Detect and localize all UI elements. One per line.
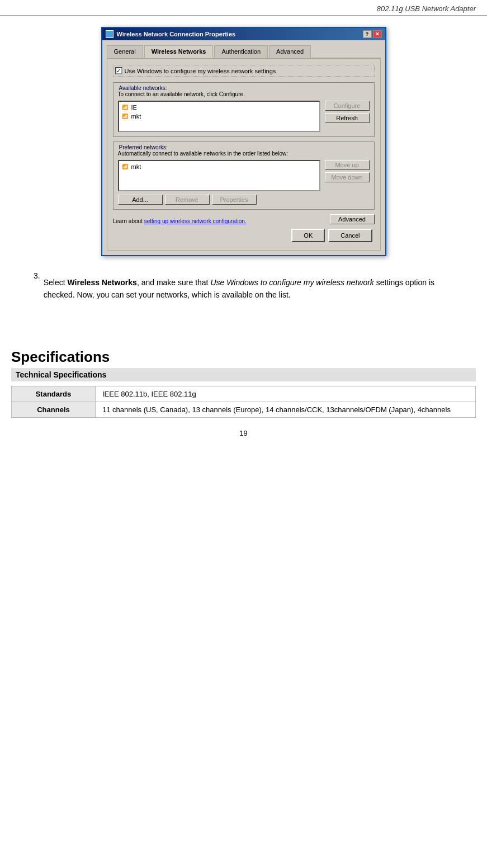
- move-up-button[interactable]: Move up: [325, 160, 370, 170]
- use-windows-checkbox[interactable]: ✓: [115, 67, 122, 74]
- preferred-network-name-mkt: mkt: [131, 163, 141, 170]
- tab-wireless-networks[interactable]: Wireless Networks: [144, 45, 214, 58]
- preferred-networks-desc: Automatically connect to available netwo…: [118, 150, 370, 157]
- tab-authentication[interactable]: Authentication: [214, 45, 268, 58]
- channels-header: Channels: [12, 402, 96, 417]
- standards-header: Standards: [12, 386, 96, 402]
- page-header: 802.11g USB Network Adapter: [0, 0, 487, 16]
- ok-button[interactable]: OK: [291, 229, 325, 242]
- network-name-mkt: mkt: [131, 113, 141, 120]
- dialog-window: Wireless Network Connection Properties ?…: [101, 27, 386, 256]
- move-down-button[interactable]: Move down: [325, 172, 370, 182]
- step3-paragraph: Select Wireless Networks, and make sure …: [44, 276, 453, 301]
- help-button[interactable]: ?: [363, 30, 372, 38]
- preferred-networks-legend: Preferred networks:: [118, 144, 370, 150]
- step3-italic: Use Windows to configure my wireless net…: [210, 278, 373, 287]
- properties-button[interactable]: Properties: [212, 195, 257, 205]
- step3-bold: Wireless Networks: [68, 278, 137, 287]
- network-name-ie: IE: [131, 104, 137, 111]
- preferred-network-buttons: Move up Move down: [325, 160, 370, 182]
- bottom-row: Learn about setting up wireless network …: [113, 214, 375, 224]
- use-windows-checkbox-row[interactable]: ✓ Use Windows to configure my wireless n…: [113, 65, 375, 77]
- close-button[interactable]: ✕: [373, 30, 382, 38]
- dialog-icon: [106, 30, 114, 38]
- dialog-title: Wireless Network Connection Properties: [117, 31, 236, 37]
- learn-text: Learn about: [113, 218, 143, 224]
- remove-button[interactable]: Remove: [165, 195, 210, 205]
- main-content: Wireless Network Connection Properties ?…: [0, 16, 487, 326]
- available-networks-section: Available networks: To connect to an ava…: [113, 82, 375, 137]
- titlebar-buttons: ? ✕: [363, 30, 382, 38]
- preferred-network-item-mkt: 📶 mkt: [120, 162, 318, 171]
- dialog-bottom-buttons: OK Cancel: [113, 224, 375, 244]
- cancel-button[interactable]: Cancel: [328, 229, 372, 242]
- learn-row: Learn about setting up wireless network …: [113, 218, 247, 224]
- available-networks-legend: Available networks:: [118, 85, 370, 91]
- available-networks-desc: To connect to an available network, clic…: [118, 91, 370, 97]
- specs-table: Standards IEEE 802.11b, IEEE 802.11g Cha…: [11, 386, 476, 418]
- table-row: Channels 11 channels (US, Canada), 13 ch…: [12, 402, 476, 417]
- page-number: 19: [0, 429, 487, 449]
- network-icon-mkt: 📶: [121, 112, 129, 120]
- step3-row: 3. Select Wireless Networks, and make su…: [34, 270, 453, 315]
- dialog-container: Wireless Network Connection Properties ?…: [34, 27, 453, 256]
- preferred-networks-section: Preferred networks: Automatically connec…: [113, 141, 375, 210]
- tabs-bar: General Wireless Networks Authentication…: [107, 45, 381, 59]
- tab-content: ✓ Use Windows to configure my wireless n…: [107, 59, 381, 251]
- titlebar-title-group: Wireless Network Connection Properties: [106, 30, 236, 38]
- add-button[interactable]: Add...: [118, 195, 163, 205]
- preferred-network-icon-mkt: 📶: [121, 163, 129, 171]
- network-item-mkt: 📶 mkt: [120, 112, 318, 121]
- learn-link[interactable]: setting up wireless network configuratio…: [144, 218, 247, 224]
- checkbox-label: Use Windows to configure my wireless net…: [125, 68, 276, 74]
- advanced-dialog-button[interactable]: Advanced: [330, 214, 375, 224]
- specs-subtitle: Technical Specifications: [11, 368, 476, 381]
- dialog-body: General Wireless Networks Authentication…: [102, 40, 385, 255]
- available-networks-row: 📶 IE 📶 mkt Configure Refresh: [118, 101, 370, 132]
- table-row: Standards IEEE 802.11b, IEEE 802.11g: [12, 386, 476, 402]
- dialog-titlebar: Wireless Network Connection Properties ?…: [102, 28, 385, 40]
- header-title: 802.11g USB Network Adapter: [377, 4, 476, 13]
- page-number-value: 19: [239, 429, 247, 437]
- specs-table-body: Standards IEEE 802.11b, IEEE 802.11g Cha…: [12, 386, 476, 417]
- step3-number: 3.: [34, 270, 40, 282]
- tab-advanced[interactable]: Advanced: [269, 45, 311, 58]
- standards-value: IEEE 802.11b, IEEE 802.11g: [96, 386, 476, 402]
- available-network-buttons: Configure Refresh: [325, 101, 370, 123]
- preferred-actions-row: Add... Remove Properties: [118, 195, 370, 205]
- tab-general[interactable]: General: [107, 45, 143, 58]
- specs-title: Specifications: [11, 348, 476, 366]
- network-item-ie: 📶 IE: [120, 103, 318, 112]
- specifications-section: Specifications Technical Specifications …: [0, 348, 487, 418]
- preferred-networks-row: 📶 mkt Move up Move down: [118, 160, 370, 191]
- available-networks-list: 📶 IE 📶 mkt: [118, 101, 320, 132]
- channels-value: 11 channels (US, Canada), 13 channels (E…: [96, 402, 476, 417]
- refresh-button[interactable]: Refresh: [325, 113, 370, 123]
- network-icon-ie: 📶: [121, 103, 129, 111]
- preferred-networks-list: 📶 mkt: [118, 160, 320, 191]
- configure-button[interactable]: Configure: [325, 101, 370, 111]
